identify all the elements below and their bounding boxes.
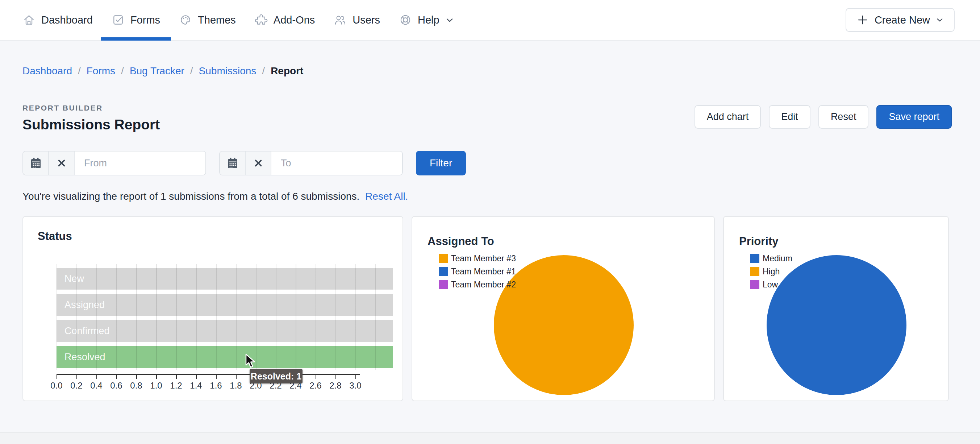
report-builder-eyebrow: REPORT BUILDER bbox=[22, 103, 160, 112]
date-filter-row: Filter bbox=[22, 151, 952, 175]
x-tick-mark bbox=[136, 375, 137, 379]
nav-item-themes[interactable]: Themes bbox=[179, 0, 236, 40]
lifebuoy-icon bbox=[399, 13, 412, 27]
legend-label: Team Member #3 bbox=[451, 254, 516, 264]
x-tick-mark bbox=[315, 375, 316, 379]
priority-chart-card: Priority Medium High Low bbox=[723, 216, 949, 401]
nav-item-label: Help bbox=[418, 14, 439, 26]
nav-item-add-ons[interactable]: Add-Ons bbox=[255, 0, 315, 40]
x-tick-mark bbox=[176, 375, 177, 379]
date-to-group bbox=[219, 151, 403, 175]
status-bar-chart: New Assigned Confirmed Resolved bbox=[57, 264, 393, 371]
legend-item: High bbox=[750, 267, 792, 277]
report-actions: Add chart Edit Reset Save report bbox=[695, 103, 952, 129]
clear-date-button[interactable] bbox=[49, 151, 75, 175]
chart-title: Assigned To bbox=[428, 235, 494, 248]
palette-icon bbox=[179, 13, 192, 27]
x-tick-label: 1.6 bbox=[210, 380, 222, 391]
bar-resolved[interactable]: Resolved bbox=[57, 346, 393, 368]
save-report-button[interactable]: Save report bbox=[877, 105, 952, 129]
report-builder-page: Dashboard Forms Themes bbox=[0, 0, 980, 444]
summary-text: You're visualizing the report of 1 submi… bbox=[22, 191, 952, 202]
puzzle-icon bbox=[255, 13, 268, 27]
legend-label: Team Member #2 bbox=[451, 280, 516, 290]
breadcrumb-current: Report bbox=[270, 65, 303, 77]
legend-label: Low bbox=[763, 280, 778, 290]
legend-item: Team Member #1 bbox=[439, 267, 516, 277]
edit-button[interactable]: Edit bbox=[769, 105, 810, 129]
nav-item-label: Dashboard bbox=[41, 14, 93, 26]
page-title: Submissions Report bbox=[22, 117, 160, 133]
breadcrumb-link-bug-tracker[interactable]: Bug Tracker bbox=[130, 65, 185, 77]
legend-label: Medium bbox=[763, 254, 792, 264]
legend-item: Team Member #3 bbox=[439, 254, 516, 264]
nav-item-users[interactable]: Users bbox=[334, 0, 380, 40]
checkbox-icon bbox=[111, 13, 125, 27]
breadcrumb-link-dashboard[interactable]: Dashboard bbox=[22, 65, 72, 77]
calendar-button[interactable] bbox=[220, 151, 246, 175]
nav-item-help[interactable]: Help bbox=[399, 0, 453, 40]
x-tick-mark bbox=[116, 375, 117, 379]
x-tick-mark bbox=[216, 375, 216, 379]
main-content: Dashboard / Forms / Bug Tracker / Submis… bbox=[0, 65, 980, 401]
x-tick-label: 0.0 bbox=[50, 380, 62, 391]
chevron-down-icon bbox=[937, 18, 943, 22]
chart-tooltip: Resolved: 1 bbox=[250, 369, 302, 384]
x-tick-label: 0.6 bbox=[110, 380, 122, 391]
x-tick-label: 0.8 bbox=[130, 380, 142, 391]
x-tick-label: 0.2 bbox=[70, 380, 82, 391]
legend-item: Medium bbox=[750, 254, 792, 264]
x-tick-label: 2.8 bbox=[329, 380, 341, 391]
create-new-button[interactable]: Create New bbox=[846, 8, 955, 32]
calendar-button[interactable] bbox=[23, 151, 49, 175]
legend-swatch bbox=[750, 267, 759, 276]
report-title-block: REPORT BUILDER Submissions Report bbox=[22, 103, 160, 133]
add-chart-button[interactable]: Add chart bbox=[695, 105, 761, 129]
summary-message: You're visualizing the report of 1 submi… bbox=[22, 191, 360, 202]
x-tick-mark bbox=[355, 375, 356, 379]
legend-item: Team Member #2 bbox=[439, 280, 516, 290]
x-tick-label: 1.8 bbox=[230, 380, 242, 391]
x-tick-label: 0.4 bbox=[90, 380, 102, 391]
chart-legend: Medium High Low bbox=[750, 254, 792, 293]
nav-item-forms[interactable]: Forms bbox=[111, 0, 160, 40]
x-tick-label: 1.0 bbox=[150, 380, 162, 391]
x-tick-label: 1.4 bbox=[190, 380, 202, 391]
breadcrumb-separator: / bbox=[121, 65, 124, 77]
report-header: REPORT BUILDER Submissions Report Add ch… bbox=[22, 103, 952, 133]
x-tick-mark bbox=[336, 375, 336, 379]
x-axis-ticks bbox=[57, 375, 368, 379]
legend-swatch bbox=[439, 254, 448, 263]
nav-item-dashboard[interactable]: Dashboard bbox=[22, 0, 93, 40]
x-tick-mark bbox=[96, 375, 97, 379]
create-new-label: Create New bbox=[875, 14, 930, 26]
x-tick-mark bbox=[196, 375, 197, 379]
legend-swatch bbox=[750, 280, 759, 289]
plus-icon bbox=[857, 14, 868, 25]
breadcrumb-link-submissions[interactable]: Submissions bbox=[199, 65, 256, 77]
date-from-input[interactable] bbox=[75, 151, 205, 175]
nav-item-label: Forms bbox=[130, 14, 160, 26]
bar-confirmed[interactable]: Confirmed bbox=[57, 320, 393, 342]
reset-all-link[interactable]: Reset All. bbox=[365, 191, 408, 202]
footer-strip bbox=[0, 433, 980, 444]
date-from-group bbox=[22, 151, 206, 175]
clear-date-button[interactable] bbox=[246, 151, 271, 175]
chart-legend: Team Member #3 Team Member #1 Team Membe… bbox=[439, 254, 516, 293]
breadcrumb-link-forms[interactable]: Forms bbox=[87, 65, 115, 77]
legend-label: Team Member #1 bbox=[451, 267, 516, 277]
x-tick-label: 2.6 bbox=[309, 380, 321, 391]
filter-button[interactable]: Filter bbox=[416, 151, 466, 175]
home-icon bbox=[22, 13, 35, 27]
nav-item-label: Themes bbox=[198, 14, 236, 26]
bar-group: New Assigned Confirmed Resolved bbox=[57, 264, 393, 371]
breadcrumb-separator: / bbox=[262, 65, 265, 77]
top-navigation: Dashboard Forms Themes bbox=[0, 0, 980, 41]
breadcrumb: Dashboard / Forms / Bug Tracker / Submis… bbox=[22, 65, 952, 77]
bar-assigned[interactable]: Assigned bbox=[57, 294, 393, 316]
reset-button[interactable]: Reset bbox=[818, 105, 869, 129]
bar-new[interactable]: New bbox=[57, 268, 393, 290]
chevron-down-icon bbox=[446, 18, 453, 22]
date-to-input[interactable] bbox=[271, 151, 402, 175]
legend-label: High bbox=[763, 267, 780, 277]
